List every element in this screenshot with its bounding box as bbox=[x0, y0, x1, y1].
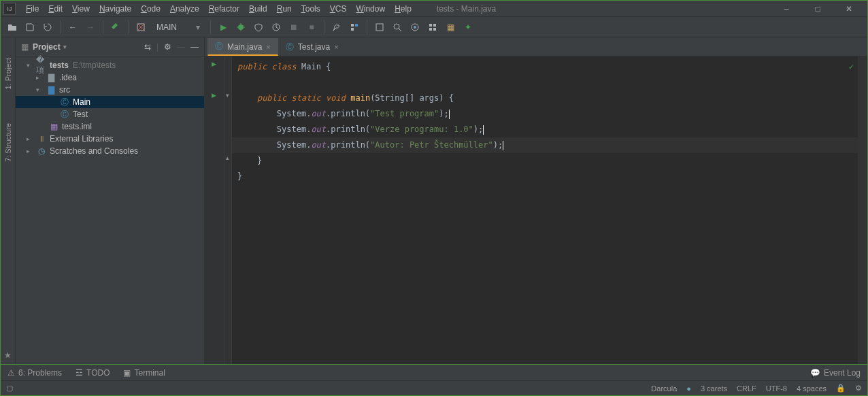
status-theme-icon[interactable]: ● bbox=[686, 384, 691, 393]
tree-src[interactable]: ▾▇ src bbox=[16, 84, 204, 96]
editor-body[interactable]: ▶ ▶ ▾ ▴ ✓ public class Main { public sta… bbox=[205, 56, 867, 364]
project-structure-icon[interactable] bbox=[347, 20, 362, 35]
fold-icon[interactable]: ▾ bbox=[226, 92, 229, 99]
run-icon[interactable]: ▶ bbox=[216, 20, 231, 35]
menu-analyze[interactable]: Analyze bbox=[165, 3, 204, 15]
tab-test-java[interactable]: Ⓒ Test.java × bbox=[278, 38, 346, 56]
gear-icon[interactable]: ⚙ bbox=[164, 42, 171, 52]
svg-rect-6 bbox=[376, 24, 383, 31]
java-file-icon: Ⓒ bbox=[286, 42, 294, 53]
save-all-icon[interactable] bbox=[22, 20, 37, 35]
svg-rect-12 bbox=[429, 28, 432, 31]
select-run-icon[interactable] bbox=[372, 20, 387, 35]
status-encoding[interactable]: UTF-8 bbox=[766, 384, 787, 393]
window-title: tests - Main.java bbox=[437, 4, 496, 14]
close-button[interactable]: ✕ bbox=[833, 1, 865, 17]
menu-window[interactable]: Window bbox=[351, 3, 390, 15]
debug-icon[interactable] bbox=[233, 20, 248, 35]
bookmarks-icon[interactable]: ★ bbox=[4, 350, 12, 360]
problems-tab[interactable]: ⚠ 6: Problems bbox=[7, 368, 62, 378]
fold-gutter[interactable]: ▾ ▴ bbox=[225, 56, 232, 364]
tree-iml[interactable]: ▦ tests.iml bbox=[16, 120, 204, 133]
menu-vcs[interactable]: VCS bbox=[325, 3, 352, 15]
status-indent[interactable]: 4 spaces bbox=[797, 384, 827, 393]
menu-file[interactable]: File bbox=[21, 3, 44, 15]
status-left-icon[interactable]: ▢ bbox=[6, 384, 13, 393]
open-icon[interactable] bbox=[5, 20, 20, 35]
close-icon[interactable]: × bbox=[266, 43, 270, 51]
gutter-run-icon[interactable]: ▶ bbox=[212, 61, 216, 67]
menu-build[interactable]: Build bbox=[244, 3, 272, 15]
run-config-icon[interactable] bbox=[133, 20, 148, 35]
tree-root[interactable]: ▾�項 tests E:\tmp\tests bbox=[16, 59, 204, 71]
editor-tabs: Ⓒ Main.java × Ⓒ Test.java × bbox=[205, 37, 867, 56]
collapse-icon[interactable]: ⇆ bbox=[144, 42, 151, 52]
maximize-button[interactable]: □ bbox=[802, 1, 833, 17]
lock-icon[interactable]: 🔒 bbox=[836, 384, 846, 393]
plugin-icon[interactable]: ✦ bbox=[461, 20, 475, 35]
java-file-icon: Ⓒ bbox=[215, 41, 223, 52]
menu-help[interactable]: Help bbox=[390, 3, 416, 15]
status-carets: 3 carets bbox=[701, 384, 727, 393]
back-icon[interactable]: ← bbox=[65, 20, 80, 35]
svg-point-1 bbox=[238, 24, 244, 30]
tree-main-java[interactable]: Ⓒ Main bbox=[16, 96, 204, 108]
project-panel: ▦ Project ▾ ⇆ | ⚙ — — ▾�項 tests E:\tmp\t… bbox=[16, 37, 205, 364]
menu-code[interactable]: Code bbox=[136, 3, 165, 15]
terminal-icon: ▣ bbox=[123, 368, 131, 378]
svg-rect-13 bbox=[433, 28, 436, 31]
inspection-ok-icon[interactable]: ✓ bbox=[849, 59, 854, 75]
stop-icon[interactable]: ■ bbox=[304, 20, 319, 35]
wrench-icon[interactable] bbox=[329, 20, 344, 35]
todo-icon: ☲ bbox=[76, 368, 83, 378]
structure-tool-tab[interactable]: 7: Structure bbox=[4, 123, 12, 162]
menu-navigate[interactable]: Navigate bbox=[95, 3, 136, 15]
minimize-button[interactable]: – bbox=[771, 1, 802, 17]
build-icon[interactable] bbox=[108, 20, 123, 35]
code-editor[interactable]: ✓ public class Main { public static void… bbox=[232, 56, 858, 364]
svg-rect-3 bbox=[351, 24, 354, 27]
refresh-icon[interactable] bbox=[40, 20, 55, 35]
status-gear-icon[interactable]: ⚙ bbox=[855, 384, 862, 393]
forward-icon[interactable]: → bbox=[83, 20, 98, 35]
tree-test-java[interactable]: Ⓒ Test bbox=[16, 108, 204, 120]
menu-refactor[interactable]: Refactor bbox=[204, 3, 244, 15]
editor-right-gutter[interactable] bbox=[858, 56, 867, 364]
fold-end-icon[interactable]: ▴ bbox=[226, 154, 229, 161]
menu-tools[interactable]: Tools bbox=[297, 3, 325, 15]
project-panel-title[interactable]: Project ▾ bbox=[33, 42, 67, 52]
terminal-tab[interactable]: ▣ Terminal bbox=[123, 368, 165, 378]
hide-icon[interactable]: — bbox=[190, 42, 199, 52]
app-icon: IJ bbox=[3, 3, 16, 15]
close-icon[interactable]: × bbox=[334, 43, 338, 51]
menu-edit[interactable]: Edit bbox=[44, 3, 67, 15]
status-lineend[interactable]: CRLF bbox=[737, 384, 756, 393]
project-tool-tab[interactable]: 1: Project bbox=[4, 58, 12, 89]
menu-bar: FileEditViewNavigateCodeAnalyzeRefactorB… bbox=[21, 3, 416, 15]
editor-gutter[interactable]: ▶ ▶ bbox=[205, 56, 225, 364]
database-icon[interactable]: ▦ bbox=[443, 20, 458, 35]
status-theme[interactable]: Darcula bbox=[651, 384, 677, 393]
tab-main-java[interactable]: Ⓒ Main.java × bbox=[207, 38, 278, 56]
run-config-select[interactable]: MAIN ▾ bbox=[151, 22, 205, 32]
tree-scratches[interactable]: ▸◷ Scratches and Consoles bbox=[16, 145, 204, 157]
folder-icon: ▦ bbox=[21, 42, 29, 52]
menu-view[interactable]: View bbox=[67, 3, 95, 15]
event-log-tab[interactable]: 💬 Event Log bbox=[810, 368, 861, 378]
left-tool-gutter: 1: Project 7: Structure ★ bbox=[1, 37, 16, 364]
search-icon[interactable] bbox=[390, 20, 405, 35]
layout-icon[interactable] bbox=[425, 20, 440, 35]
status-bar: ▢ Darcula ● 3 carets CRLF UTF-8 4 spaces… bbox=[1, 380, 867, 395]
coverage-icon[interactable] bbox=[251, 20, 266, 35]
gutter-run-icon[interactable]: ▶ bbox=[212, 92, 216, 99]
editor-area: Ⓒ Main.java × Ⓒ Test.java × ▶ ▶ ▾ ▴ ✓ pu… bbox=[205, 37, 867, 364]
profile-icon[interactable] bbox=[269, 20, 284, 35]
bottom-tool-bar: ⚠ 6: Problems ☲ TODO ▣ Terminal 💬 Event … bbox=[1, 364, 867, 380]
main-toolbar: ← → MAIN ▾ ▶ ⏹ ■ ▦ ✦ bbox=[1, 17, 867, 37]
attach-icon[interactable]: ⏹ bbox=[286, 20, 301, 35]
menu-run[interactable]: Run bbox=[272, 3, 297, 15]
inspect-icon[interactable] bbox=[407, 20, 422, 35]
todo-tab[interactable]: ☲ TODO bbox=[76, 368, 110, 378]
titlebar: IJ FileEditViewNavigateCodeAnalyzeRefact… bbox=[1, 1, 867, 17]
tree-ext-libs[interactable]: ▸⫴ External Libraries bbox=[16, 133, 204, 145]
